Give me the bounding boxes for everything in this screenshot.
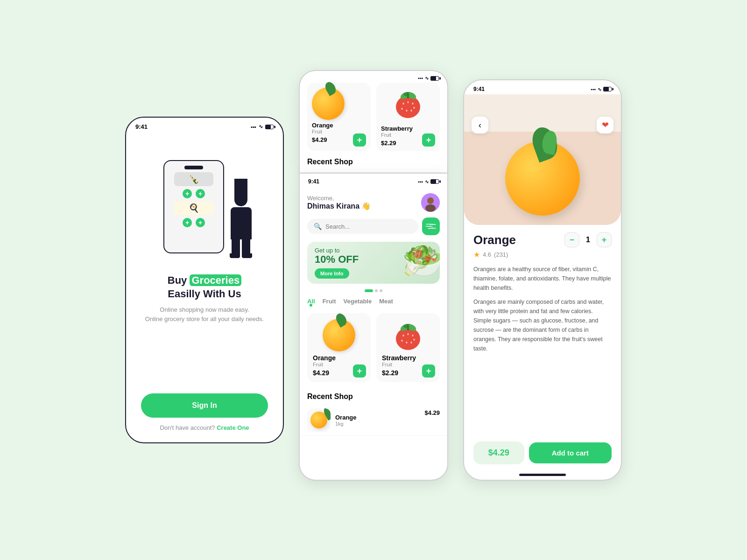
top-products-row: Orange Fruit $4.29 + — [300, 83, 447, 151]
create-link[interactable]: Create One — [217, 424, 249, 431]
battery-icon — [265, 125, 274, 129]
promo-banner: Get up to 10% OFF More Info 🥬 🥗 — [307, 242, 440, 284]
tagline-part1: Buy — [168, 274, 190, 286]
detail-description-2: Oranges are mainly composed of carbs and… — [473, 297, 612, 353]
add-to-cart-button[interactable]: Add to cart — [529, 442, 612, 463]
wifi-home: ∿ — [425, 179, 429, 184]
search-box[interactable]: 🔍 — [307, 219, 418, 234]
svg-point-18 — [432, 224, 434, 225]
signal-icon: ▪▪▪ — [251, 124, 256, 130]
svg-point-30 — [410, 342, 412, 343]
svg-point-25 — [402, 335, 404, 336]
recent-item-1: Orange 1kg $4.29 — [300, 405, 447, 436]
inner-add-btn-3: + — [183, 218, 192, 227]
products-grid: Orange Fruit $4.29 + — [300, 309, 447, 386]
svg-point-2 — [402, 103, 404, 105]
rating-number: 4.6 — [483, 251, 491, 258]
battery-home — [430, 179, 439, 184]
search-input[interactable] — [325, 223, 412, 230]
phone-home-wrapper: ▪▪▪ ∿ Orange Fruit $4.29 + — [299, 70, 448, 490]
inner-egg-item: 🍳 — [174, 201, 214, 215]
add-strawberry-top[interactable]: + — [422, 133, 435, 147]
banner-subtitle: Get up to — [315, 247, 359, 254]
battery-detail — [603, 87, 612, 91]
product-price-badge: $4.29 — [473, 441, 524, 464]
wifi-top: ∿ — [425, 76, 429, 81]
increase-qty-btn[interactable]: + — [597, 232, 612, 247]
add-orange-btn[interactable]: + — [353, 364, 366, 378]
inner-bottle-item: 🍾 — [174, 172, 214, 186]
svg-rect-12 — [407, 93, 409, 98]
strawberry-product-name: Strawberry — [382, 354, 434, 362]
figure-legs — [232, 239, 250, 253]
inner-notch — [184, 166, 203, 169]
decrease-qty-btn[interactable]: − — [564, 232, 579, 247]
back-button[interactable]: ‹ — [472, 117, 488, 133]
svg-point-3 — [407, 101, 409, 103]
phone-home-top: ▪▪▪ ∿ Orange Fruit $4.29 + — [299, 70, 448, 173]
banner-text: Get up to 10% OFF More Info — [315, 247, 359, 278]
onboarding-bottom: Sign In Don't have account? Create One — [126, 386, 283, 442]
dot-2 — [375, 289, 378, 292]
inner-add-btn-2: + — [196, 189, 205, 198]
product-card-strawberry: Strawberry Fruit $2.29 + — [376, 313, 440, 382]
svg-point-6 — [406, 110, 407, 112]
banner-veggie-decor: 🥗 — [402, 242, 440, 281]
rating-row: ★ 4.6 (231) — [473, 250, 612, 259]
svg-rect-22 — [430, 228, 432, 228]
time-1: 9:41 — [135, 123, 148, 130]
banner-more-info-btn[interactable]: More Info — [315, 268, 349, 279]
recent-item-img — [307, 408, 331, 432]
banner-dots — [300, 287, 447, 294]
figure-shoes — [230, 253, 252, 258]
detail-title-row: Orange − 1 + — [473, 232, 612, 247]
search-row: 🔍 — [300, 215, 447, 238]
cat-tab-meat[interactable]: Meat — [379, 298, 393, 306]
add-orange-top[interactable]: + — [353, 133, 366, 147]
strawberry-img-top — [381, 87, 435, 123]
cat-tab-all[interactable]: All — [307, 298, 315, 306]
strawberry-name-top: Strawberry — [381, 125, 435, 132]
cat-tab-fruit[interactable]: Fruit — [323, 298, 336, 306]
figure-hair — [234, 179, 247, 206]
orange-product-name: Orange — [313, 354, 365, 362]
filter-button[interactable] — [422, 217, 440, 235]
svg-rect-23 — [433, 228, 436, 228]
product-card-orange-top: Orange Fruit $4.29 + — [307, 83, 371, 151]
status-icons-top: ▪▪▪ ∿ — [418, 76, 439, 81]
signin-button[interactable]: Sign In — [141, 393, 268, 418]
tagline-highlight: Groceries — [190, 274, 241, 286]
favorite-button[interactable]: ❤ — [597, 117, 613, 133]
no-account-text: Don't have account? Create One — [160, 424, 249, 431]
battery-top — [430, 76, 439, 81]
inner-add-btn-4: + — [196, 218, 205, 227]
review-count: (231) — [494, 251, 508, 258]
tagline-part2: Easilly With Us — [168, 288, 241, 300]
inner-add-row-2: + + — [174, 218, 214, 227]
tagline-heading: Buy GroceriesEasilly With Us — [145, 274, 264, 301]
phone-detail: 9:41 ▪▪▪ ∿ ‹ ❤ Orange − 1 + ★ 4.6 (231) … — [463, 79, 622, 481]
recent-item-info: Orange 1kg — [335, 414, 440, 427]
time-home: 9:41 — [308, 178, 319, 185]
svg-point-29 — [406, 342, 407, 343]
recent-price: $4.29 — [424, 409, 440, 416]
cat-tab-vegetable[interactable]: Vegetable — [344, 298, 372, 306]
home-screen: 9:41 ▪▪▪ ∿ Welcome, Dhimas Kirana 👋 — [300, 174, 447, 480]
orange-product-img — [313, 319, 365, 351]
svg-point-27 — [412, 335, 413, 336]
banner-title: 10% OFF — [315, 254, 359, 265]
phone-home-bottom: 9:41 ▪▪▪ ∿ Welcome, Dhimas Kirana 👋 — [299, 173, 448, 481]
tagline-area: Buy GroceriesEasilly With Us Online shop… — [130, 263, 279, 327]
add-strawberry-btn[interactable]: + — [422, 364, 435, 378]
inner-add-btn-1: + — [183, 189, 192, 198]
onboarding-illustration: 🍾 + + 🍳 + + — [126, 132, 283, 263]
svg-rect-20 — [430, 224, 432, 224]
status-bar-1: 9:41 ▪▪▪ ∿ — [126, 118, 283, 132]
time-detail: 9:41 — [473, 86, 485, 92]
svg-point-4 — [412, 103, 413, 105]
avatar[interactable] — [421, 193, 440, 212]
recent-shop-title-top: Recent Shop — [300, 151, 447, 170]
svg-point-16 — [426, 226, 427, 227]
recent-weight: 1kg — [335, 421, 440, 427]
welcome-greeting: Welcome, — [307, 195, 371, 202]
